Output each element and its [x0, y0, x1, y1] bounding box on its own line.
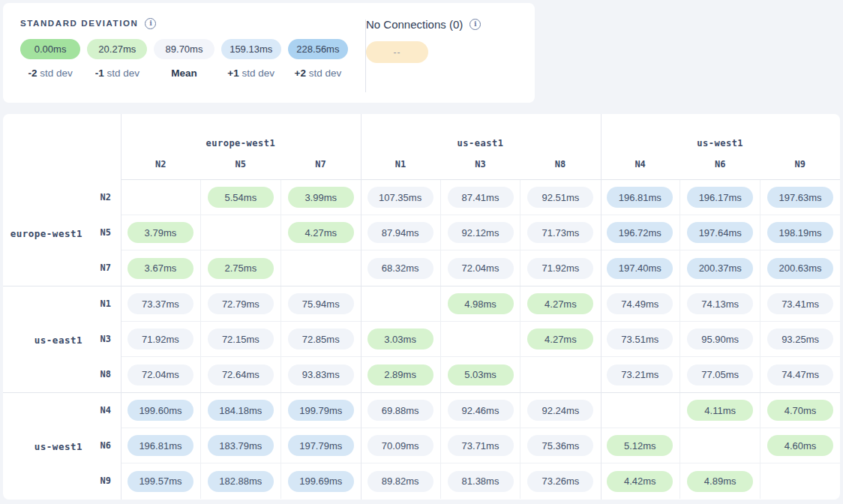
latency-pill[interactable]: 4.11ms [687, 400, 753, 421]
column-node-N4[interactable]: N4 [600, 159, 680, 170]
column-node-N3[interactable]: N3 [440, 159, 520, 170]
latency-pill[interactable]: 75.94ms [288, 293, 354, 314]
row-node-N7[interactable]: N7 [3, 250, 121, 286]
latency-pill[interactable]: 73.26ms [527, 471, 593, 492]
latency-pill[interactable]: 199.69ms [288, 471, 354, 492]
latency-pill[interactable]: 72.64ms [208, 364, 274, 386]
latency-pill[interactable]: 197.64ms [687, 222, 753, 243]
latency-pill[interactable]: 4.60ms [767, 435, 833, 456]
latency-pill[interactable]: 71.92ms [527, 258, 593, 279]
row-label-column: europe-west1N2N5N7 [3, 180, 121, 286]
latency-pill[interactable]: 196.17ms [687, 187, 753, 208]
latency-pill[interactable]: 77.05ms [687, 364, 753, 386]
latency-pill[interactable]: 197.63ms [767, 187, 833, 208]
row-node-N2[interactable]: N2 [3, 180, 121, 215]
column-node-N1[interactable]: N1 [361, 159, 441, 170]
latency-pill[interactable]: 196.81ms [607, 187, 673, 208]
column-node-N5[interactable]: N5 [201, 159, 281, 170]
latency-pill[interactable]: 196.81ms [128, 435, 194, 456]
latency-pill[interactable]: 5.12ms [607, 435, 673, 456]
latency-pill[interactable]: 89.82ms [368, 471, 434, 492]
latency-pill[interactable]: 4.98ms [448, 293, 514, 314]
row-node-N4[interactable]: N4 [3, 393, 121, 428]
latency-pill[interactable]: 4.27ms [288, 222, 354, 243]
latency-pill[interactable]: 69.88ms [368, 400, 434, 421]
latency-pill[interactable]: 70.09ms [368, 435, 434, 456]
latency-pill[interactable]: 87.41ms [448, 187, 514, 208]
latency-pill[interactable]: 71.73ms [527, 222, 593, 243]
latency-pill[interactable]: 3.99ms [288, 187, 354, 208]
latency-pill[interactable]: 4.89ms [687, 471, 753, 492]
latency-pill[interactable]: 197.79ms [288, 435, 354, 456]
latency-pill[interactable]: 196.72ms [607, 222, 673, 243]
latency-pill[interactable]: 87.94ms [368, 222, 434, 243]
row-label-column: us-west1N4N6N9 [3, 393, 121, 499]
latency-pill[interactable]: 3.67ms [128, 258, 194, 279]
latency-pill[interactable]: 68.32ms [368, 258, 434, 279]
latency-pill[interactable]: 183.79ms [208, 435, 274, 456]
latency-cell: 4.11ms [680, 393, 760, 428]
latency-pill[interactable]: 4.70ms [767, 400, 833, 421]
latency-pill[interactable]: 2.75ms [208, 258, 274, 279]
latency-pill[interactable]: 184.18ms [208, 400, 274, 421]
latency-pill[interactable]: 93.25ms [767, 328, 833, 350]
latency-cell: 89.82ms [361, 464, 440, 499]
latency-pill[interactable]: 4.27ms [527, 293, 593, 314]
latency-pill[interactable]: 72.04ms [128, 364, 194, 386]
latency-pill[interactable]: 4.42ms [607, 471, 673, 492]
latency-pill[interactable]: 73.51ms [607, 328, 673, 350]
latency-pill[interactable]: 95.90ms [687, 328, 753, 350]
latency-pill[interactable]: 182.88ms [208, 471, 274, 492]
latency-cell: 196.72ms [600, 215, 680, 250]
column-node-N7[interactable]: N7 [280, 159, 361, 170]
latency-pill[interactable]: 73.71ms [448, 435, 514, 456]
row-node-N9[interactable]: N9 [3, 464, 121, 499]
latency-cell: 71.73ms [520, 215, 600, 250]
latency-pill[interactable]: 199.60ms [128, 400, 194, 421]
latency-pill[interactable]: 5.54ms [208, 187, 274, 208]
latency-pill[interactable]: 73.21ms [607, 364, 673, 386]
column-node-N2[interactable]: N2 [121, 159, 201, 170]
latency-pill[interactable]: 92.12ms [448, 222, 514, 243]
latency-pill[interactable]: 199.57ms [128, 471, 194, 492]
latency-pill[interactable]: 5.03ms [448, 364, 514, 386]
latency-pill[interactable]: 72.15ms [208, 328, 274, 350]
row-region-label: europe-west1 [10, 227, 82, 238]
latency-pill[interactable]: 73.37ms [128, 293, 194, 314]
row-node-N1[interactable]: N1 [3, 286, 121, 322]
latency-pill[interactable]: 74.49ms [607, 293, 673, 314]
latency-pill[interactable]: 81.38ms [448, 471, 514, 492]
latency-pill[interactable]: 198.19ms [767, 222, 833, 243]
info-icon[interactable]: i [470, 19, 481, 30]
latency-pill[interactable]: 197.40ms [607, 258, 673, 279]
latency-pill[interactable]: 74.47ms [767, 364, 833, 386]
latency-pill[interactable]: 71.92ms [128, 328, 194, 350]
info-icon[interactable]: i [145, 18, 156, 29]
latency-pill[interactable]: 4.27ms [527, 328, 593, 350]
latency-pill[interactable]: 92.51ms [527, 187, 593, 208]
latency-pill[interactable]: 200.37ms [687, 258, 753, 279]
latency-pill[interactable]: 72.04ms [448, 258, 514, 279]
column-region-label: us-east1 [361, 138, 601, 148]
latency-pill[interactable]: 92.24ms [527, 400, 593, 421]
matrix-row-N2: 5.54ms3.99ms107.35ms87.41ms92.51ms196.81… [121, 180, 840, 215]
latency-pill[interactable]: 92.46ms [448, 400, 514, 421]
column-node-N8[interactable]: N8 [520, 159, 601, 170]
latency-pill[interactable]: 199.79ms [288, 400, 354, 421]
row-node-N8[interactable]: N8 [3, 357, 121, 392]
latency-pill[interactable]: 73.41ms [767, 293, 833, 314]
latency-pill[interactable]: 75.36ms [527, 435, 593, 456]
latency-cell: 74.47ms [760, 357, 840, 392]
column-node-N6[interactable]: N6 [680, 159, 760, 170]
latency-pill[interactable]: 3.03ms [368, 328, 434, 350]
latency-pill[interactable]: 93.83ms [288, 364, 354, 386]
row-group-us-east1: us-east1N1N3N873.37ms72.79ms75.94ms4.98m… [3, 286, 840, 393]
latency-pill[interactable]: 200.63ms [767, 258, 833, 279]
latency-pill[interactable]: 107.35ms [368, 187, 434, 208]
latency-pill[interactable]: 74.13ms [687, 293, 753, 314]
latency-pill[interactable]: 3.79ms [128, 222, 194, 243]
latency-pill[interactable]: 72.85ms [288, 328, 354, 350]
column-node-N9[interactable]: N9 [760, 159, 840, 170]
latency-pill[interactable]: 2.89ms [368, 364, 434, 386]
latency-pill[interactable]: 72.79ms [208, 293, 274, 314]
